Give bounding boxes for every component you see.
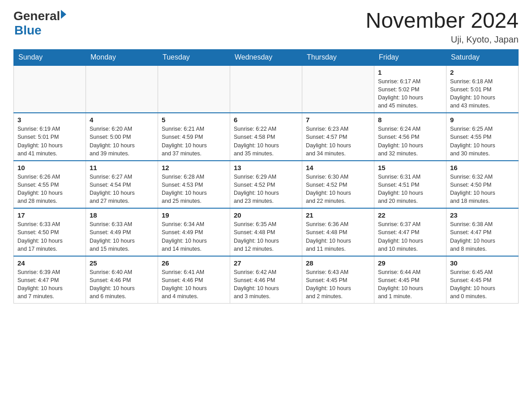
- day-number: 15: [378, 164, 442, 171]
- weekday-header-sunday: Sunday: [14, 49, 86, 65]
- day-number: 4: [90, 116, 154, 124]
- calendar-cell: 27Sunrise: 6:42 AM Sunset: 4:46 PM Dayli…: [230, 256, 302, 304]
- calendar-cell: 30Sunrise: 6:45 AM Sunset: 4:45 PM Dayli…: [446, 256, 519, 304]
- calendar-cell: 10Sunrise: 6:26 AM Sunset: 4:55 PM Dayli…: [14, 161, 86, 209]
- calendar-cell: 23Sunrise: 6:38 AM Sunset: 4:47 PM Dayli…: [446, 208, 519, 256]
- calendar-cell: 2Sunrise: 6:18 AM Sunset: 5:01 PM Daylig…: [446, 65, 519, 113]
- calendar-cell: 20Sunrise: 6:35 AM Sunset: 4:48 PM Dayli…: [230, 208, 302, 256]
- sun-info: Sunrise: 6:29 AM Sunset: 4:52 PM Dayligh…: [234, 174, 279, 204]
- calendar-cell: [302, 65, 374, 113]
- sun-info: Sunrise: 6:42 AM Sunset: 4:46 PM Dayligh…: [234, 269, 279, 300]
- logo-blue: Blue: [14, 23, 42, 37]
- sun-info: Sunrise: 6:41 AM Sunset: 4:46 PM Dayligh…: [162, 269, 207, 300]
- calendar-week-5: 24Sunrise: 6:39 AM Sunset: 4:47 PM Dayli…: [14, 256, 519, 304]
- sun-info: Sunrise: 6:20 AM Sunset: 5:00 PM Dayligh…: [90, 126, 135, 156]
- day-number: 16: [450, 164, 515, 171]
- day-number: 26: [162, 259, 226, 267]
- day-number: 14: [306, 164, 370, 171]
- day-number: 9: [450, 116, 515, 124]
- sun-info: Sunrise: 6:23 AM Sunset: 4:57 PM Dayligh…: [306, 126, 351, 156]
- calendar-week-4: 17Sunrise: 6:33 AM Sunset: 4:50 PM Dayli…: [14, 208, 519, 256]
- calendar-cell: 4Sunrise: 6:20 AM Sunset: 5:00 PM Daylig…: [86, 113, 158, 161]
- location-title: Uji, Kyoto, Japan: [365, 34, 519, 45]
- calendar-cell: 25Sunrise: 6:40 AM Sunset: 4:46 PM Dayli…: [86, 256, 158, 304]
- calendar-cell: 17Sunrise: 6:33 AM Sunset: 4:50 PM Dayli…: [14, 208, 86, 256]
- sun-info: Sunrise: 6:38 AM Sunset: 4:47 PM Dayligh…: [450, 221, 495, 252]
- sun-info: Sunrise: 6:43 AM Sunset: 4:45 PM Dayligh…: [306, 269, 351, 300]
- calendar-cell: 3Sunrise: 6:19 AM Sunset: 5:01 PM Daylig…: [14, 113, 86, 161]
- day-number: 1: [378, 68, 442, 76]
- sun-info: Sunrise: 6:25 AM Sunset: 4:55 PM Dayligh…: [450, 126, 495, 156]
- logo-arrow-icon: [61, 10, 66, 19]
- calendar-cell: [230, 65, 302, 113]
- calendar-cell: 7Sunrise: 6:23 AM Sunset: 4:57 PM Daylig…: [302, 113, 374, 161]
- day-number: 5: [162, 116, 226, 124]
- day-number: 2: [450, 68, 515, 76]
- month-title: November 2024: [365, 9, 519, 33]
- page-header: General Blue November 2024 Uji, Kyoto, J…: [13, 9, 519, 45]
- calendar-week-3: 10Sunrise: 6:26 AM Sunset: 4:55 PM Dayli…: [14, 161, 519, 209]
- day-number: 25: [90, 259, 154, 267]
- weekday-header-monday: Monday: [86, 49, 158, 65]
- weekday-header-wednesday: Wednesday: [230, 49, 302, 65]
- sun-info: Sunrise: 6:40 AM Sunset: 4:46 PM Dayligh…: [90, 269, 135, 300]
- calendar-cell: [86, 65, 158, 113]
- logo: General Blue: [13, 9, 66, 38]
- sun-info: Sunrise: 6:33 AM Sunset: 4:50 PM Dayligh…: [17, 221, 63, 252]
- sun-info: Sunrise: 6:17 AM Sunset: 5:02 PM Dayligh…: [378, 78, 423, 109]
- sun-info: Sunrise: 6:36 AM Sunset: 4:48 PM Dayligh…: [306, 221, 351, 252]
- day-number: 17: [17, 211, 82, 219]
- day-number: 22: [378, 211, 442, 219]
- day-number: 30: [450, 259, 515, 267]
- sun-info: Sunrise: 6:35 AM Sunset: 4:48 PM Dayligh…: [234, 221, 279, 252]
- day-number: 13: [234, 164, 298, 171]
- calendar-week-1: 1Sunrise: 6:17 AM Sunset: 5:02 PM Daylig…: [14, 65, 519, 113]
- calendar-cell: 21Sunrise: 6:36 AM Sunset: 4:48 PM Dayli…: [302, 208, 374, 256]
- day-number: 6: [234, 116, 298, 124]
- day-number: 10: [17, 164, 82, 171]
- calendar-cell: 18Sunrise: 6:33 AM Sunset: 4:49 PM Dayli…: [86, 208, 158, 256]
- sun-info: Sunrise: 6:39 AM Sunset: 4:47 PM Dayligh…: [17, 269, 63, 300]
- calendar-cell: 19Sunrise: 6:34 AM Sunset: 4:49 PM Dayli…: [158, 208, 230, 256]
- day-number: 23: [450, 211, 515, 219]
- calendar-cell: 11Sunrise: 6:27 AM Sunset: 4:54 PM Dayli…: [86, 161, 158, 209]
- day-number: 11: [90, 164, 154, 171]
- sun-info: Sunrise: 6:24 AM Sunset: 4:56 PM Dayligh…: [378, 126, 423, 156]
- calendar-cell: 22Sunrise: 6:37 AM Sunset: 4:47 PM Dayli…: [374, 208, 446, 256]
- sun-info: Sunrise: 6:27 AM Sunset: 4:54 PM Dayligh…: [90, 174, 135, 204]
- day-number: 21: [306, 211, 370, 219]
- calendar-cell: 9Sunrise: 6:25 AM Sunset: 4:55 PM Daylig…: [446, 113, 519, 161]
- weekday-header-row: SundayMondayTuesdayWednesdayThursdayFrid…: [14, 49, 519, 65]
- sun-info: Sunrise: 6:26 AM Sunset: 4:55 PM Dayligh…: [17, 174, 63, 204]
- calendar-cell: 12Sunrise: 6:28 AM Sunset: 4:53 PM Dayli…: [158, 161, 230, 209]
- day-number: 19: [162, 211, 226, 219]
- day-number: 8: [378, 116, 442, 124]
- sun-info: Sunrise: 6:28 AM Sunset: 4:53 PM Dayligh…: [162, 174, 207, 204]
- day-number: 18: [90, 211, 154, 219]
- calendar-cell: 28Sunrise: 6:43 AM Sunset: 4:45 PM Dayli…: [302, 256, 374, 304]
- day-number: 27: [234, 259, 298, 267]
- calendar-cell: 29Sunrise: 6:44 AM Sunset: 4:45 PM Dayli…: [374, 256, 446, 304]
- calendar-cell: 24Sunrise: 6:39 AM Sunset: 4:47 PM Dayli…: [14, 256, 86, 304]
- calendar-cell: 15Sunrise: 6:31 AM Sunset: 4:51 PM Dayli…: [374, 161, 446, 209]
- day-number: 20: [234, 211, 298, 219]
- sun-info: Sunrise: 6:18 AM Sunset: 5:01 PM Dayligh…: [450, 78, 495, 109]
- calendar-cell: 14Sunrise: 6:30 AM Sunset: 4:52 PM Dayli…: [302, 161, 374, 209]
- calendar-table: SundayMondayTuesdayWednesdayThursdayFrid…: [13, 49, 519, 304]
- sun-info: Sunrise: 6:31 AM Sunset: 4:51 PM Dayligh…: [378, 174, 423, 204]
- calendar-cell: [14, 65, 86, 113]
- day-number: 7: [306, 116, 370, 124]
- weekday-header-saturday: Saturday: [446, 49, 519, 65]
- weekday-header-tuesday: Tuesday: [158, 49, 230, 65]
- calendar-cell: 16Sunrise: 6:32 AM Sunset: 4:50 PM Dayli…: [446, 161, 519, 209]
- title-block: November 2024 Uji, Kyoto, Japan: [365, 9, 519, 45]
- sun-info: Sunrise: 6:33 AM Sunset: 4:49 PM Dayligh…: [90, 221, 135, 252]
- day-number: 12: [162, 164, 226, 171]
- calendar-cell: 26Sunrise: 6:41 AM Sunset: 4:46 PM Dayli…: [158, 256, 230, 304]
- sun-info: Sunrise: 6:30 AM Sunset: 4:52 PM Dayligh…: [306, 174, 351, 204]
- sun-info: Sunrise: 6:22 AM Sunset: 4:58 PM Dayligh…: [234, 126, 279, 156]
- logo-general: General: [13, 9, 60, 23]
- sun-info: Sunrise: 6:37 AM Sunset: 4:47 PM Dayligh…: [378, 221, 423, 252]
- day-number: 3: [17, 116, 82, 124]
- sun-info: Sunrise: 6:19 AM Sunset: 5:01 PM Dayligh…: [17, 126, 63, 156]
